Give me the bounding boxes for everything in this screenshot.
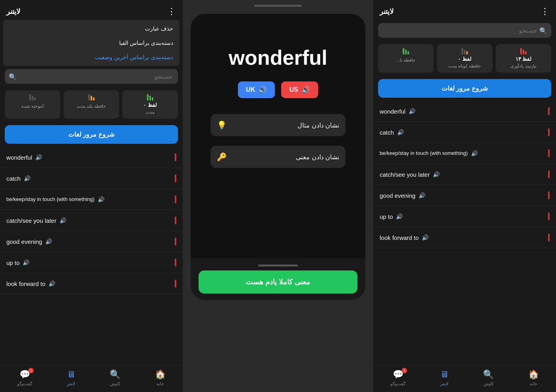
right-lighter-icon: 🖥 <box>440 369 449 380</box>
right-word-good-evening[interactable]: 🔊 good evening <box>373 185 556 206</box>
right-word-look-forward-text: look forward to <box>380 234 419 241</box>
right-word-catch-bar <box>548 128 550 136</box>
right-word-catch[interactable]: 🔊 catch <box>373 122 556 143</box>
right-word-catch-later-bar <box>548 170 550 178</box>
right-stat-1-label: نیازمند یادآوری <box>510 64 536 69</box>
left-stat-3-icon <box>29 94 36 100</box>
right-header: ⋮ لایتنر <box>373 0 556 20</box>
left-stat-1-num: لفظ ۰ <box>143 102 157 108</box>
left-start-button[interactable]: شروع مرور لغات <box>5 125 178 144</box>
right-home-icon: 🏠 <box>528 369 539 380</box>
right-word-touch[interactable]: 🔊 be/keep/stay in touch (with something) <box>373 143 556 164</box>
left-stat-2: حافظه بلند مدت <box>64 90 119 119</box>
right-word-catch-later-speaker[interactable]: 🔊 <box>433 171 440 178</box>
right-word-touch-left: 🔊 be/keep/stay in touch (with something) <box>380 150 478 157</box>
right-stat-1-icon <box>520 48 527 54</box>
right-word-wonderful-speaker[interactable]: 🔊 <box>409 108 415 114</box>
left-word-touch-speaker[interactable]: 🔊 <box>98 196 104 203</box>
center-panel: wonderful UK 🔊 US 🔊 نشان دادن مثال 💡 نشا… <box>183 0 373 392</box>
left-word-wonderful-speaker[interactable]: 🔊 <box>35 154 42 160</box>
left-word-wonderful[interactable]: 🔊 wonderful <box>0 147 183 168</box>
right-word-good-evening-bar <box>548 191 550 199</box>
left-header: ⋮ لایتنر <box>0 0 183 20</box>
show-meaning-button[interactable]: نشان دادن معنی 🔑 <box>210 146 346 168</box>
left-nav-explore[interactable]: 🔍 کاوش <box>110 369 120 386</box>
left-word-catch-later-left: 🔊 catch/see you later <box>6 217 66 224</box>
show-example-button[interactable]: نشان دادن مثال 💡 <box>210 114 346 136</box>
right-nav-lighter[interactable]: 🖥 لایتنر <box>440 369 449 386</box>
right-word-up-to-bar <box>548 212 550 220</box>
left-menu-dots[interactable]: ⋮ <box>167 6 176 17</box>
right-word-catch-speaker[interactable]: 🔊 <box>397 129 404 135</box>
left-stat-1: لفظ ۰ مدت <box>122 90 178 119</box>
remember-button[interactable]: معنی کاملا یادم هست <box>199 270 357 294</box>
left-word-up-to[interactable]: 🔊 up to <box>0 252 183 273</box>
left-word-catch[interactable]: 🔊 catch <box>0 168 183 189</box>
us-button[interactable]: US 🔊 <box>281 81 318 98</box>
left-lighter-icon: 🖥 <box>67 369 75 380</box>
left-word-up-to-text: up to <box>6 259 19 266</box>
left-word-wonderful-bar <box>175 153 176 161</box>
right-word-up-to[interactable]: 🔊 up to <box>373 206 556 227</box>
left-stat-1-label: مدت <box>146 110 154 115</box>
left-word-catch-later-text: catch/see you later <box>6 217 56 224</box>
right-chat-label: گفت‌وگو <box>390 381 405 386</box>
left-word-good-evening-text: good evening <box>6 238 42 245</box>
right-word-touch-speaker[interactable]: 🔊 <box>471 150 478 156</box>
right-menu-dots[interactable]: ⋮ <box>541 6 550 17</box>
left-nav-home[interactable]: 🏠 خانه <box>155 369 166 386</box>
right-nav-chat[interactable]: 2 💬 گفت‌وگو <box>390 369 405 386</box>
left-word-touch[interactable]: 🔊 be/keep/stay in touch (with something) <box>0 189 183 210</box>
right-word-catch-later-text: catch/see you later <box>380 171 430 178</box>
right-stat-2: لفظ ۰ حافظه کوتاه مدت <box>437 44 492 73</box>
right-word-look-forward[interactable]: 🔊 look forward to <box>373 227 556 248</box>
key-icon: 🔑 <box>217 152 227 162</box>
right-word-wonderful[interactable]: 🔊 wonderful <box>373 101 556 122</box>
right-explore-label: کاوش <box>483 381 494 386</box>
left-word-catch-later-speaker[interactable]: 🔊 <box>60 217 66 224</box>
left-search-wrapper: 🔍 <box>5 69 178 84</box>
left-nav-chat[interactable]: 2 💬 گفت‌وگو <box>17 369 32 386</box>
right-home-label: خانه <box>530 381 537 386</box>
us-speaker-icon: 🔊 <box>301 85 310 94</box>
left-panel: ⋮ لایتنر حذف عبارت دسته‌بندی براساس الفب… <box>0 0 183 392</box>
uk-button[interactable]: UK 🔊 <box>238 81 275 98</box>
left-word-catch-speaker[interactable]: 🔊 <box>24 175 31 182</box>
left-lighter-label: لایتنر <box>67 381 75 386</box>
right-start-button[interactable]: شروع مرور لغات <box>378 79 551 98</box>
right-nav-home[interactable]: 🏠 خانه <box>528 369 539 386</box>
right-word-good-evening-speaker[interactable]: 🔊 <box>419 192 425 199</box>
left-nav-lighter[interactable]: 🖥 لایتنر <box>67 369 75 386</box>
left-menu-item-alpha[interactable]: دسته‌بندی براساس الفبا <box>3 36 180 50</box>
left-menu-item-status[interactable]: دسته‌بندی براساس آخرین وضعیت <box>3 50 180 64</box>
left-stat-2-icon <box>88 94 95 100</box>
right-word-up-to-speaker[interactable]: 🔊 <box>396 213 403 220</box>
right-word-catch-later[interactable]: 🔊 catch/see you later <box>373 164 556 185</box>
left-word-touch-left: 🔊 be/keep/stay in touch (with something) <box>6 196 104 203</box>
left-word-good-evening-left: 🔊 good evening <box>6 238 52 245</box>
right-stat-2-icon <box>461 48 468 54</box>
left-word-look-forward-speaker[interactable]: 🔊 <box>48 280 55 287</box>
right-word-look-forward-speaker[interactable]: 🔊 <box>422 234 429 241</box>
left-search-container: 🔍 <box>0 66 183 87</box>
right-bottom-nav: 🏠 خانه 🔍 کاوش 🖥 لایتنر 2 💬 گفت‌وگو <box>373 365 556 392</box>
right-nav-explore[interactable]: 🔍 کاوش <box>483 369 494 386</box>
left-word-touch-bar <box>175 195 176 203</box>
right-word-up-to-text: up to <box>380 213 393 220</box>
right-word-touch-text: be/keep/stay in touch (with something) <box>380 150 468 157</box>
left-word-up-to-speaker[interactable]: 🔊 <box>23 259 29 266</box>
left-home-label: خانه <box>156 381 164 386</box>
left-dropdown: حذف عبارت دسته‌بندی براساس الفبا دسته‌بن… <box>3 20 180 66</box>
left-word-catch-later[interactable]: 🔊 catch/see you later <box>0 210 183 231</box>
left-stats-row: لفظ ۰ مدت حافظه بلند مدت آموخته شده <box>0 87 183 122</box>
right-search-wrapper: 🔍 <box>378 23 551 38</box>
left-word-good-evening-speaker[interactable]: 🔊 <box>45 238 52 245</box>
left-word-good-evening[interactable]: 🔊 good evening <box>0 231 183 252</box>
left-menu-item-delete[interactable]: حذف عبارت <box>3 21 180 36</box>
left-word-catch-bar <box>175 174 176 182</box>
left-word-look-forward[interactable]: 🔊 look forward to <box>0 273 183 294</box>
right-stat-3-icon <box>403 48 409 54</box>
left-search-input[interactable] <box>5 69 178 84</box>
right-search-input[interactable] <box>378 23 551 38</box>
left-word-wonderful-text: wonderful <box>6 154 32 161</box>
